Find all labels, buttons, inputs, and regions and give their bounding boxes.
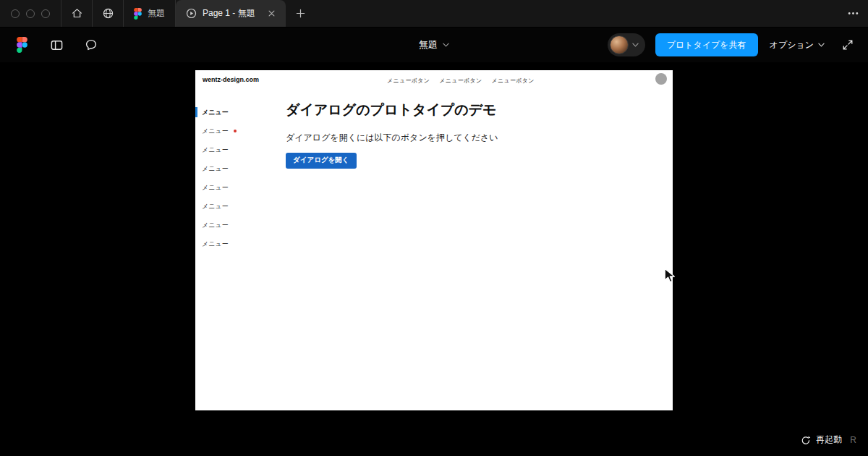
ellipsis-icon	[847, 7, 859, 20]
close-tab-button[interactable]	[265, 7, 278, 20]
restart-icon	[801, 435, 811, 445]
sidebar-menu-item[interactable]: メニュー	[195, 140, 281, 159]
open-dialog-button[interactable]: ダイアログを開く	[286, 153, 357, 169]
presentation-play-icon	[186, 8, 197, 19]
comment-bubble-icon	[85, 38, 98, 51]
user-avatar	[610, 35, 629, 54]
restart-control: 再起動 R	[801, 434, 856, 446]
comments-button[interactable]	[80, 33, 103, 56]
menu-item-label: メニュー	[202, 221, 229, 230]
tab-label: 無題	[148, 7, 165, 20]
sidebar-menu-item[interactable]: メニュー	[195, 159, 281, 178]
sidebar-menu-item-active[interactable]: メニュー	[195, 103, 281, 122]
site-sidebar-menu: メニュー メニュー メニュー メニュー メニュー メニュー メニュー メニュー	[195, 103, 281, 253]
new-tab-button[interactable]	[286, 0, 316, 27]
home-button[interactable]	[61, 0, 92, 27]
site-avatar[interactable]	[655, 73, 667, 85]
window-controls	[0, 0, 61, 27]
menu-item-label: メニュー	[202, 145, 229, 155]
window-maximize-button[interactable]	[41, 9, 50, 18]
options-menu[interactable]: オプション	[768, 39, 826, 51]
browse-community-button[interactable]	[93, 0, 123, 27]
sidebar-menu-item[interactable]: メニュー	[195, 197, 281, 216]
menu-item-label: メニュー	[202, 240, 229, 249]
restart-shortcut-hint: R	[850, 435, 856, 445]
close-icon	[268, 10, 275, 17]
nav-menu-button[interactable]: メニューボタン	[439, 77, 482, 85]
more-menu-button[interactable]	[838, 0, 868, 27]
chevron-down-icon	[632, 43, 639, 47]
prototype-frame: wentz-design.com メニューボタン メニューボタン メニューボタン…	[195, 70, 673, 410]
sidebar-menu-item[interactable]: メニュー	[195, 122, 281, 140]
window-minimize-button[interactable]	[26, 9, 35, 18]
presentation-canvas: wentz-design.com メニューボタン メニューボタン メニューボタン…	[0, 62, 868, 456]
presentation-toolbar: 無題 プロトタイプを共有 オプション	[0, 28, 868, 62]
account-menu[interactable]	[608, 33, 645, 56]
expand-icon	[842, 39, 854, 51]
fullscreen-button[interactable]	[836, 33, 859, 56]
nav-menu-button[interactable]: メニューボタン	[491, 77, 534, 85]
sidebar-menu-item[interactable]: メニュー	[195, 216, 281, 235]
site-logo-text: wentz-design.com	[203, 76, 259, 83]
prototype-content: ダイアログのプロトタイプのデモ ダイアログを開くには以下のボタンを押してください…	[286, 102, 658, 169]
tab-untitled-file[interactable]: 無題	[124, 0, 175, 27]
nav-menu-button[interactable]: メニューボタン	[387, 77, 430, 85]
options-label: オプション	[770, 39, 814, 51]
restart-label[interactable]: 再起動	[816, 434, 842, 446]
menu-item-label: メニュー	[202, 202, 229, 211]
sidebar-panel-icon	[50, 38, 64, 52]
window-close-button[interactable]	[11, 9, 20, 18]
chevron-down-icon	[443, 43, 449, 47]
toggle-sidebar-button[interactable]	[45, 33, 68, 56]
sidebar-menu-item[interactable]: メニュー	[195, 235, 281, 253]
toolbar-right-group: プロトタイプを共有 オプション	[608, 28, 859, 62]
file-title-menu[interactable]: 無題	[419, 28, 449, 62]
menu-item-label: メニュー	[202, 164, 229, 174]
plus-icon	[295, 8, 306, 19]
site-top-nav: メニューボタン メニューボタン メニューボタン	[387, 77, 535, 85]
share-prototype-button[interactable]: プロトタイプを共有	[655, 33, 758, 56]
menu-item-label: メニュー	[202, 127, 229, 136]
figma-presentation-window: 無題 Page 1 - 無題	[0, 0, 868, 456]
tab-label: Page 1 - 無題	[203, 7, 255, 20]
browser-tab-bar: 無題 Page 1 - 無題	[0, 0, 868, 28]
page-description: ダイアログを開くには以下のボタンを押してください	[286, 132, 658, 144]
chevron-down-icon	[818, 43, 825, 47]
menu-item-label: メニュー	[202, 108, 229, 117]
globe-icon	[102, 7, 114, 20]
tabbar-spacer	[316, 0, 838, 27]
menu-item-label: メニュー	[202, 183, 229, 193]
tab-presentation-active[interactable]: Page 1 - 無題	[176, 0, 286, 27]
file-title: 無題	[419, 38, 438, 51]
page-title: ダイアログのプロトタイプのデモ	[286, 102, 658, 119]
sidebar-menu-item[interactable]: メニュー	[195, 178, 281, 197]
home-icon	[71, 7, 83, 20]
toolbar-left-group	[0, 33, 103, 56]
figma-file-icon	[134, 8, 142, 20]
figma-menu-button[interactable]	[10, 33, 33, 56]
figma-logo-icon	[17, 37, 27, 53]
notification-dot	[234, 130, 237, 132]
